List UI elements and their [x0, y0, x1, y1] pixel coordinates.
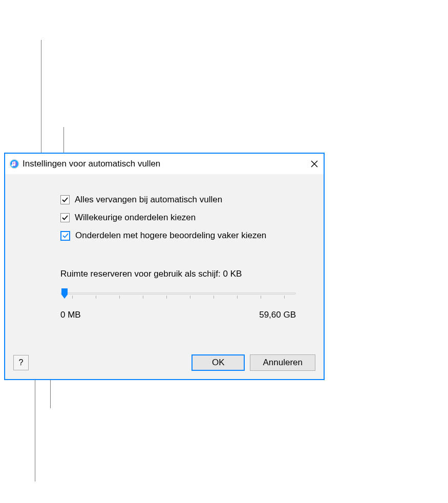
checkbox-replace-all[interactable] — [60, 195, 70, 204]
cancel-button[interactable]: Annuleren — [250, 354, 315, 371]
checkbox-label: Onderdelen met hogere beoordeling vaker … — [75, 230, 266, 241]
autofill-settings-dialog: Instellingen voor automatisch vullen All… — [4, 153, 325, 380]
close-button[interactable] — [309, 159, 319, 169]
slider-label: Ruimte reserveren voor gebruik als schij… — [60, 269, 313, 279]
slider-tick — [214, 296, 214, 299]
checkbox-row-replace-all: Alles vervangen bij automatisch vullen — [60, 195, 313, 205]
help-button[interactable]: ? — [13, 355, 29, 370]
checkbox-row-higher-rated: Onderdelen met hogere beoordeling vaker … — [60, 230, 313, 241]
slider-range-labels: 0 MB 59,60 GB — [60, 310, 296, 320]
reserve-space-slider[interactable] — [60, 288, 296, 304]
slider-max-label: 59,60 GB — [259, 310, 296, 320]
slider-tick — [96, 296, 96, 299]
dialog-titlebar: Instellingen voor automatisch vullen — [5, 154, 324, 174]
slider-min-label: 0 MB — [60, 310, 81, 320]
slider-track-line — [60, 292, 296, 295]
checkbox-higher-rated[interactable] — [60, 231, 70, 241]
slider-tick — [237, 296, 238, 299]
checkbox-label: Willekeurige onderdelen kiezen — [75, 213, 196, 223]
checkbox-random-items[interactable] — [60, 213, 70, 222]
slider-tick — [119, 296, 120, 299]
dialog-button-row: ? OK Annuleren — [13, 354, 315, 371]
slider-tick — [261, 296, 261, 299]
ok-button[interactable]: OK — [191, 354, 245, 371]
dialog-content: Alles vervangen bij automatisch vullen W… — [5, 174, 324, 379]
titlebar-left: Instellingen voor automatisch vullen — [9, 159, 160, 169]
itunes-icon — [9, 159, 19, 169]
checkbox-row-random-items: Willekeurige onderdelen kiezen — [60, 213, 313, 223]
slider-thumb[interactable] — [60, 287, 69, 300]
slider-tick — [72, 296, 73, 299]
slider-tick — [284, 296, 285, 299]
checkbox-label: Alles vervangen bij automatisch vullen — [75, 195, 222, 205]
dialog-title: Instellingen voor automatisch vullen — [23, 159, 160, 169]
slider-tick — [166, 296, 167, 299]
reserve-space-section: Ruimte reserveren voor gebruik als schij… — [60, 269, 313, 320]
slider-tick — [190, 296, 190, 299]
slider-tick — [143, 296, 143, 299]
